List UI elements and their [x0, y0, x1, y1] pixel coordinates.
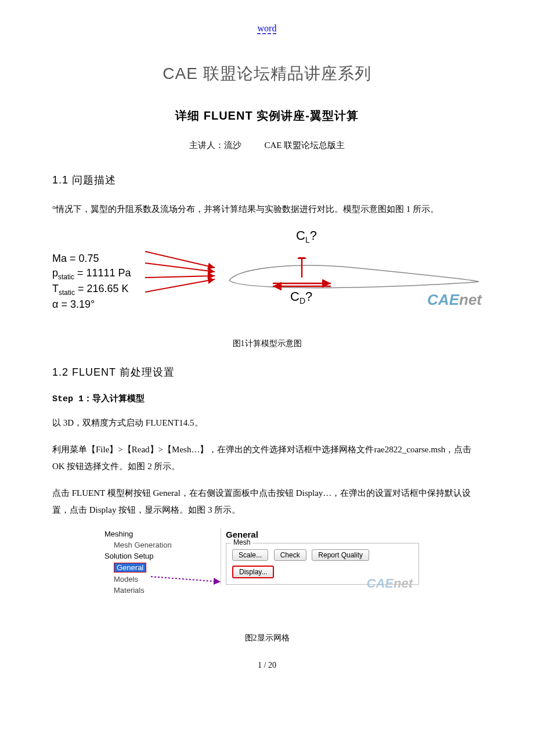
- mesh-group: Mesh Scale... Check Report Quality Displ…: [226, 543, 419, 585]
- header-link[interactable]: word: [258, 23, 277, 33]
- lecturer-name: 主讲人：流沙: [189, 141, 241, 150]
- watermark-caenet-2: CAEnet: [367, 576, 413, 591]
- tree-general-selected[interactable]: General: [114, 563, 146, 573]
- param-t: Tstatic = 216.65 K: [52, 282, 131, 297]
- svg-line-7: [151, 577, 221, 582]
- watermark-caenet: CAEnet: [427, 291, 482, 309]
- param-p: pstatic = 11111 Pa: [52, 266, 131, 282]
- figure-2: Meshing Mesh Generation Solution Setup G…: [104, 528, 430, 610]
- tree-mesh-generation[interactable]: Mesh Generation: [104, 539, 172, 550]
- step1-para-a: 以 3D，双精度方式启动 FLUENT14.5。: [52, 415, 482, 431]
- main-title: 详细 FLUENT 实例讲座-翼型计算: [52, 108, 482, 124]
- brand-net-2: net: [394, 576, 413, 591]
- tree-materials[interactable]: Materials: [104, 585, 172, 596]
- svg-line-0: [145, 251, 215, 268]
- figure-1: Ma = 0.75 pstatic = 11111 Pa Tstatic = 2…: [52, 228, 482, 333]
- tree-meshing[interactable]: Meshing: [104, 528, 172, 539]
- general-panel: General Mesh Scale... Check Report Quali…: [221, 528, 424, 585]
- model-tree: Meshing Mesh Generation Solution Setup G…: [104, 528, 172, 596]
- mesh-group-label: Mesh: [231, 538, 252, 546]
- svg-line-1: [145, 263, 215, 272]
- flow-params: Ma = 0.75 pstatic = 11111 Pa Tstatic = 2…: [52, 251, 131, 312]
- param-alpha: α = 3.19°: [52, 297, 131, 312]
- header-link-row: word: [52, 23, 482, 34]
- page-number: 1 / 20: [52, 661, 482, 670]
- figure-1-caption: 图1计算模型示意图: [52, 339, 482, 349]
- param-ma: Ma = 0.75: [52, 251, 131, 266]
- lift-coeff-label: CL?: [296, 228, 317, 244]
- brand-net: net: [459, 291, 482, 308]
- report-quality-button[interactable]: Report Quality: [312, 549, 369, 561]
- document-page: word CAE 联盟论坛精品讲座系列 详细 FLUENT 实例讲座-翼型计算 …: [0, 0, 534, 687]
- figure-2-caption: 图2显示网格: [52, 633, 482, 643]
- tree-general-row[interactable]: General: [104, 561, 172, 574]
- lecturer-org: CAE 联盟论坛总版主: [264, 141, 345, 150]
- brand-cae: CAE: [427, 291, 459, 308]
- inflow-arrows-icon: [145, 246, 226, 304]
- tree-solution-setup[interactable]: Solution Setup: [104, 550, 172, 561]
- step-1-heading: Step 1：导入计算模型: [52, 393, 482, 404]
- brand-cae-2: CAE: [367, 576, 394, 591]
- scale-button[interactable]: Scale...: [232, 549, 268, 561]
- lecturer-line: 主讲人：流沙 CAE 联盟论坛总版主: [52, 140, 482, 151]
- callout-arrow-icon: [151, 574, 226, 585]
- section-heading-1-2: 1.2 FLUENT 前处理设置: [52, 365, 482, 379]
- display-button[interactable]: Display...: [232, 566, 274, 578]
- series-title: CAE 联盟论坛精品讲座系列: [52, 63, 482, 85]
- svg-line-3: [145, 279, 215, 292]
- step1-para-c: 点击 FLUENT 模型树按钮 General，在右侧设置面板中点击按钮 Dis…: [52, 485, 482, 518]
- svg-line-2: [145, 276, 215, 278]
- step1-para-b: 利用菜单【File】>【Read】>【Mesh…】，在弹出的文件选择对话框中选择…: [52, 441, 482, 474]
- check-button[interactable]: Check: [274, 549, 306, 561]
- problem-paragraph: °情况下，翼型的升阻系数及流场分布，并将计算结果与实验数据进行对比。模型示意图如…: [52, 201, 482, 218]
- section-heading-1-1: 1.1 问题描述: [52, 173, 482, 187]
- drag-coeff-label: CD?: [290, 289, 312, 305]
